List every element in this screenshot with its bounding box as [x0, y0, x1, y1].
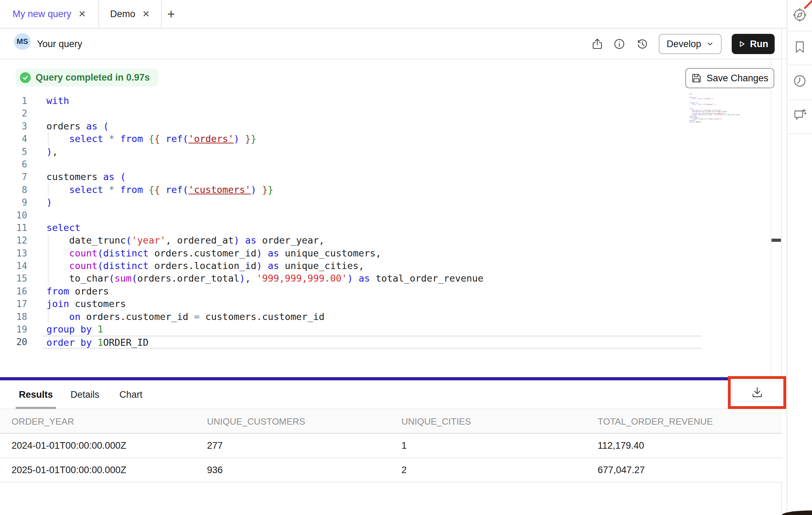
- indent-guide: [48, 247, 49, 260]
- bookmark-icon: [792, 39, 807, 55]
- column-header: ORDER_YEAR: [12, 409, 74, 434]
- code-line-17: 17join customers: [0, 298, 702, 310]
- tab-chart[interactable]: Chart: [119, 381, 142, 409]
- history-button[interactable]: [636, 38, 649, 50]
- table-cell: 2: [401, 458, 407, 482]
- code-line-18: 18 on orders.customer_id = customers.cus…: [0, 311, 702, 323]
- sidebar-explore-button[interactable]: [792, 7, 807, 23]
- share-button[interactable]: [591, 38, 604, 50]
- tab-label: My new query: [13, 9, 71, 20]
- line-number: 12: [0, 234, 27, 247]
- status-message: Query completed in 0.97s: [36, 72, 150, 83]
- query-header: MS Your query Develop: [0, 29, 787, 59]
- tab-demo[interactable]: Demo ✕: [99, 0, 162, 28]
- indent-guide: [48, 272, 49, 285]
- code-line-9: 9): [0, 196, 702, 209]
- right-sidebar: [787, 0, 812, 515]
- line-number: 15: [0, 272, 27, 285]
- table-cell: 2024-01-01T00:00:00.000Z: [12, 434, 126, 457]
- info-button[interactable]: [613, 38, 626, 50]
- line-number: 4: [0, 133, 27, 145]
- query-status-badge: Query completed in 0.97s: [16, 68, 158, 87]
- code-line-10: 10: [0, 209, 702, 222]
- add-tab-button[interactable]: +: [162, 0, 180, 28]
- save-icon: [691, 73, 702, 83]
- editor-minimap[interactable]: withorders as ( select * from {{ ref('or…: [689, 94, 745, 127]
- info-icon: [613, 38, 626, 50]
- code-line-5: 5),: [0, 145, 702, 158]
- sql-editor[interactable]: 1with23orders as (4 select * from {{ ref…: [0, 95, 702, 349]
- code-line-8: 8 select * from {{ ref('customers') }}: [0, 184, 702, 196]
- code-line-4: 4 select * from {{ ref('orders') }}: [0, 133, 702, 145]
- history-icon: [636, 38, 649, 50]
- indent-guide: [48, 184, 49, 196]
- run-button[interactable]: Run: [732, 34, 775, 54]
- table-cell: 1: [401, 434, 407, 457]
- code-line-7: 7customers as (: [0, 171, 702, 183]
- table-header-row: ORDER_YEARUNIQUE_CUSTOMERSUNIQUE_CITIEST…: [0, 409, 782, 434]
- sidebar-divider: [787, 99, 812, 100]
- line-number: 1: [0, 95, 27, 107]
- splitter-drag-handle[interactable]: [772, 239, 781, 242]
- code-line-20: 20order by 1ORDER_ID: [0, 336, 702, 348]
- tab-my-new-query[interactable]: My new query ✕: [0, 0, 99, 28]
- save-changes-button[interactable]: Save Changes: [685, 68, 774, 88]
- table-cell: 677,047.27: [598, 458, 645, 482]
- sidebar-ai-chat-button[interactable]: [792, 107, 807, 123]
- code-line-1: 1with: [0, 95, 702, 107]
- line-number: 3: [0, 120, 27, 133]
- sidebar-divider: [787, 133, 812, 134]
- table-row: 2024-01-01T00:00:00.000Z2771112,179.40: [0, 434, 782, 458]
- code-line-16: 16from orders: [0, 285, 702, 298]
- close-icon[interactable]: ✕: [78, 9, 86, 18]
- indent-guide: [48, 133, 49, 145]
- column-header: UNIQUE_CITIES: [401, 409, 471, 434]
- line-number: 6: [0, 158, 27, 171]
- line-number: 18: [0, 311, 27, 323]
- code-line-2: 2: [0, 107, 702, 120]
- code-line-6: 6: [0, 158, 702, 171]
- line-number: 19: [0, 323, 27, 336]
- results-tab-bar: Results Details Chart: [0, 381, 782, 409]
- page-title: Your query: [37, 29, 82, 59]
- code-line-13: 13 count(distinct orders.customer_id) as…: [0, 247, 702, 260]
- tab-details[interactable]: Details: [71, 381, 99, 409]
- develop-dropdown[interactable]: Develop: [659, 34, 722, 54]
- save-label: Save Changes: [707, 73, 768, 84]
- line-number: 2: [0, 107, 27, 120]
- line-number: 11: [0, 222, 27, 234]
- table-cell: 277: [207, 434, 223, 457]
- tab-label: Demo: [110, 9, 135, 20]
- avatar: MS: [14, 33, 31, 50]
- indent-guide: [48, 234, 49, 247]
- panel-resize-divider[interactable]: [0, 377, 782, 380]
- tab-results[interactable]: Results: [19, 381, 53, 409]
- line-number: 13: [0, 247, 27, 260]
- share-icon: [591, 38, 604, 50]
- column-header: UNIQUE_CUSTOMERS: [207, 409, 305, 434]
- close-icon[interactable]: ✕: [142, 9, 150, 18]
- code-line-14: 14 count(distinct orders.location_id) as…: [0, 260, 702, 272]
- table-row: 2025-01-01T00:00:00.000Z9362677,047.27: [0, 458, 782, 483]
- app-window: My new query ✕ Demo ✕ + MS Your query: [0, 0, 812, 515]
- chat-sparkle-icon: [792, 107, 807, 123]
- sidebar-history-button[interactable]: [792, 73, 807, 89]
- line-number: 9: [0, 196, 27, 209]
- code-line-12: 12 date_trunc('year', ordered_at) as ord…: [0, 234, 702, 247]
- chevron-down-icon: [706, 40, 714, 48]
- line-number: 17: [0, 298, 27, 310]
- line-number: 14: [0, 260, 27, 272]
- line-number: 8: [0, 184, 27, 196]
- sidebar-bookmarks-button[interactable]: [792, 39, 807, 55]
- download-results-button[interactable]: [730, 379, 784, 406]
- develop-label: Develop: [666, 39, 701, 50]
- sidebar-divider: [787, 31, 812, 31]
- clock-icon: [792, 73, 807, 89]
- column-header: TOTAL_ORDER_REVENUE: [598, 409, 713, 434]
- sidebar-divider: [787, 65, 812, 65]
- indent-guide: [48, 260, 49, 272]
- code-line-11: 11select: [0, 222, 702, 234]
- code-line-19: 19group by 1: [0, 323, 702, 336]
- code-line-20: order by 1ORDER_ID: [689, 121, 745, 123]
- editor-scroll-track: [771, 59, 772, 377]
